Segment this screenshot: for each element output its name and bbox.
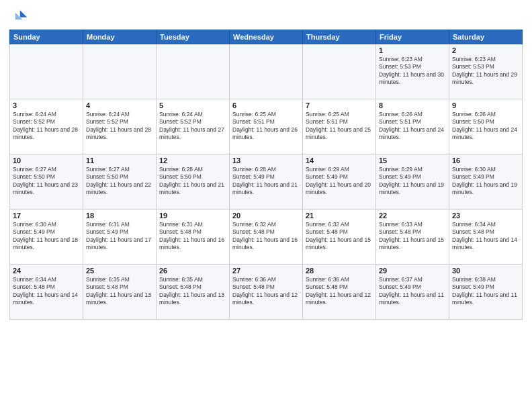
calendar-cell: 17Sunrise: 6:30 AM Sunset: 5:49 PM Dayli…: [10, 210, 83, 265]
day-info: Sunrise: 6:31 AM Sunset: 5:48 PM Dayligh…: [159, 221, 226, 252]
calendar-cell: 5Sunrise: 6:24 AM Sunset: 5:52 PM Daylig…: [157, 99, 230, 154]
calendar-cell: 23Sunrise: 6:34 AM Sunset: 5:48 PM Dayli…: [449, 210, 523, 265]
day-number: 23: [452, 212, 519, 220]
calendar-cell: 12Sunrise: 6:28 AM Sunset: 5:50 PM Dayli…: [157, 154, 230, 210]
calendar-body: 1Sunrise: 6:23 AM Sunset: 5:53 PM Daylig…: [10, 44, 523, 320]
day-info: Sunrise: 6:27 AM Sunset: 5:50 PM Dayligh…: [86, 166, 153, 197]
calendar-week-row: 10Sunrise: 6:27 AM Sunset: 5:50 PM Dayli…: [10, 154, 523, 210]
day-number: 7: [306, 101, 373, 109]
calendar-cell: [230, 44, 303, 99]
day-info: Sunrise: 6:36 AM Sunset: 5:48 PM Dayligh…: [306, 276, 373, 307]
calendar-cell: 19Sunrise: 6:31 AM Sunset: 5:48 PM Dayli…: [157, 210, 230, 265]
page: SundayMondayTuesdayWednesdayThursdayFrid…: [0, 0, 532, 325]
day-info: Sunrise: 6:29 AM Sunset: 5:49 PM Dayligh…: [306, 166, 373, 197]
day-number: 29: [379, 267, 446, 275]
calendar-table: SundayMondayTuesdayWednesdayThursdayFrid…: [9, 30, 523, 320]
calendar-cell: 1Sunrise: 6:23 AM Sunset: 5:53 PM Daylig…: [376, 44, 449, 99]
calendar-cell: 18Sunrise: 6:31 AM Sunset: 5:49 PM Dayli…: [83, 210, 157, 265]
day-info: Sunrise: 6:27 AM Sunset: 5:50 PM Dayligh…: [13, 166, 80, 197]
day-info: Sunrise: 6:24 AM Sunset: 5:52 PM Dayligh…: [86, 111, 153, 142]
day-number: 5: [159, 101, 226, 109]
calendar-cell: [157, 44, 230, 99]
day-info: Sunrise: 6:30 AM Sunset: 5:49 PM Dayligh…: [13, 221, 80, 252]
day-number: 4: [86, 101, 153, 109]
calendar-week-row: 17Sunrise: 6:30 AM Sunset: 5:49 PM Dayli…: [10, 210, 523, 265]
day-info: Sunrise: 6:37 AM Sunset: 5:49 PM Dayligh…: [379, 276, 446, 307]
calendar-cell: 8Sunrise: 6:26 AM Sunset: 5:51 PM Daylig…: [376, 99, 449, 154]
day-number: 13: [232, 156, 300, 165]
day-info: Sunrise: 6:24 AM Sunset: 5:52 PM Dayligh…: [159, 111, 226, 142]
weekday-header-tuesday: Tuesday: [157, 30, 230, 44]
logo-icon: [9, 7, 28, 26]
day-info: Sunrise: 6:26 AM Sunset: 5:51 PM Dayligh…: [379, 111, 446, 142]
weekday-header-monday: Monday: [83, 30, 157, 44]
day-info: Sunrise: 6:34 AM Sunset: 5:48 PM Dayligh…: [13, 276, 80, 307]
day-number: 15: [379, 156, 446, 165]
day-number: 21: [306, 212, 373, 220]
day-info: Sunrise: 6:38 AM Sunset: 5:49 PM Dayligh…: [452, 276, 519, 307]
calendar-cell: 3Sunrise: 6:24 AM Sunset: 5:52 PM Daylig…: [10, 99, 83, 154]
calendar-week-row: 1Sunrise: 6:23 AM Sunset: 5:53 PM Daylig…: [10, 44, 523, 99]
day-info: Sunrise: 6:23 AM Sunset: 5:53 PM Dayligh…: [452, 56, 519, 87]
calendar-cell: 9Sunrise: 6:26 AM Sunset: 5:50 PM Daylig…: [449, 99, 523, 154]
day-number: 24: [13, 267, 80, 275]
day-number: 8: [379, 101, 446, 109]
calendar-cell: 15Sunrise: 6:29 AM Sunset: 5:49 PM Dayli…: [376, 154, 449, 210]
calendar-cell: 7Sunrise: 6:25 AM Sunset: 5:51 PM Daylig…: [303, 99, 376, 154]
day-info: Sunrise: 6:23 AM Sunset: 5:53 PM Dayligh…: [379, 56, 446, 87]
calendar-cell: 13Sunrise: 6:28 AM Sunset: 5:49 PM Dayli…: [230, 154, 303, 210]
day-info: Sunrise: 6:29 AM Sunset: 5:49 PM Dayligh…: [379, 166, 446, 197]
day-number: 22: [379, 212, 446, 220]
calendar-cell: 20Sunrise: 6:32 AM Sunset: 5:48 PM Dayli…: [230, 210, 303, 265]
day-info: Sunrise: 6:36 AM Sunset: 5:48 PM Dayligh…: [232, 276, 300, 307]
day-number: 26: [159, 267, 226, 275]
day-number: 10: [13, 156, 80, 165]
calendar-cell: 25Sunrise: 6:35 AM Sunset: 5:48 PM Dayli…: [83, 265, 157, 320]
calendar-header: SundayMondayTuesdayWednesdayThursdayFrid…: [10, 30, 523, 44]
header: [9, 7, 523, 26]
day-info: Sunrise: 6:25 AM Sunset: 5:51 PM Dayligh…: [232, 111, 300, 142]
day-number: 2: [452, 46, 519, 54]
day-number: 14: [306, 156, 373, 165]
day-number: 16: [452, 156, 519, 165]
day-info: Sunrise: 6:32 AM Sunset: 5:48 PM Dayligh…: [306, 221, 373, 252]
calendar-cell: 11Sunrise: 6:27 AM Sunset: 5:50 PM Dayli…: [83, 154, 157, 210]
calendar-cell: 24Sunrise: 6:34 AM Sunset: 5:48 PM Dayli…: [10, 265, 83, 320]
day-number: 9: [452, 101, 519, 109]
calendar-week-row: 24Sunrise: 6:34 AM Sunset: 5:48 PM Dayli…: [10, 265, 523, 320]
weekday-header-friday: Friday: [376, 30, 449, 44]
logo: [9, 7, 31, 26]
day-info: Sunrise: 6:35 AM Sunset: 5:48 PM Dayligh…: [159, 276, 226, 307]
day-number: 30: [452, 267, 519, 275]
day-number: 6: [232, 101, 300, 109]
day-number: 19: [159, 212, 226, 220]
weekday-header-row: SundayMondayTuesdayWednesdayThursdayFrid…: [10, 30, 523, 44]
day-number: 1: [379, 46, 446, 54]
calendar-cell: 2Sunrise: 6:23 AM Sunset: 5:53 PM Daylig…: [449, 44, 523, 99]
calendar-cell: 30Sunrise: 6:38 AM Sunset: 5:49 PM Dayli…: [449, 265, 523, 320]
calendar-cell: 10Sunrise: 6:27 AM Sunset: 5:50 PM Dayli…: [10, 154, 83, 210]
weekday-header-thursday: Thursday: [303, 30, 376, 44]
day-number: 28: [306, 267, 373, 275]
day-info: Sunrise: 6:35 AM Sunset: 5:48 PM Dayligh…: [86, 276, 153, 307]
day-number: 17: [13, 212, 80, 220]
calendar-cell: 22Sunrise: 6:33 AM Sunset: 5:48 PM Dayli…: [376, 210, 449, 265]
calendar-cell: [83, 44, 157, 99]
calendar-cell: 21Sunrise: 6:32 AM Sunset: 5:48 PM Dayli…: [303, 210, 376, 265]
weekday-header-saturday: Saturday: [449, 30, 523, 44]
calendar-cell: 6Sunrise: 6:25 AM Sunset: 5:51 PM Daylig…: [230, 99, 303, 154]
calendar-cell: 26Sunrise: 6:35 AM Sunset: 5:48 PM Dayli…: [157, 265, 230, 320]
calendar-week-row: 3Sunrise: 6:24 AM Sunset: 5:52 PM Daylig…: [10, 99, 523, 154]
day-info: Sunrise: 6:24 AM Sunset: 5:52 PM Dayligh…: [13, 111, 80, 142]
day-number: 3: [13, 101, 80, 109]
day-info: Sunrise: 6:25 AM Sunset: 5:51 PM Dayligh…: [306, 111, 373, 142]
day-number: 27: [232, 267, 300, 275]
calendar-cell: 27Sunrise: 6:36 AM Sunset: 5:48 PM Dayli…: [230, 265, 303, 320]
day-info: Sunrise: 6:26 AM Sunset: 5:50 PM Dayligh…: [452, 111, 519, 142]
day-info: Sunrise: 6:28 AM Sunset: 5:49 PM Dayligh…: [232, 166, 300, 197]
calendar-cell: 28Sunrise: 6:36 AM Sunset: 5:48 PM Dayli…: [303, 265, 376, 320]
day-info: Sunrise: 6:31 AM Sunset: 5:49 PM Dayligh…: [86, 221, 153, 252]
day-number: 25: [86, 267, 153, 275]
day-info: Sunrise: 6:32 AM Sunset: 5:48 PM Dayligh…: [232, 221, 300, 252]
day-number: 11: [86, 156, 153, 165]
